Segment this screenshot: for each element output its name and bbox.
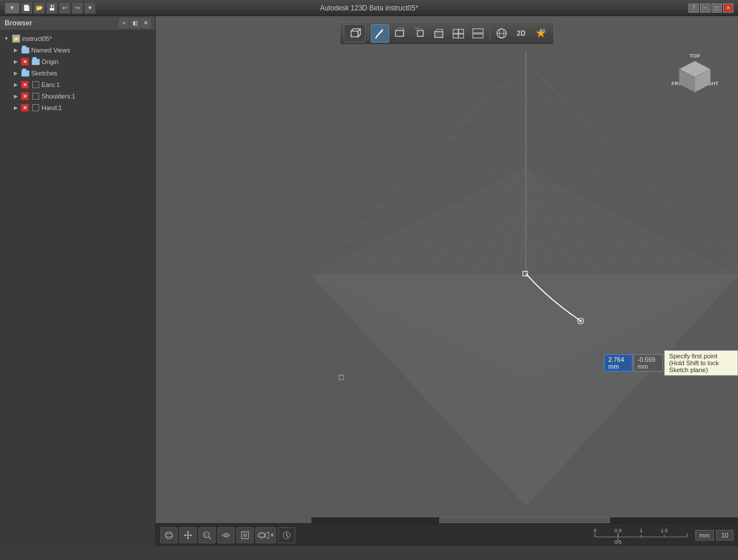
top-view-button[interactable]: [430, 24, 448, 43]
svg-text:0: 0: [593, 528, 596, 533]
svg-text:+: +: [205, 533, 207, 537]
box-view-button[interactable]: [449, 24, 468, 43]
svg-rect-130: [458, 29, 464, 33]
split-view-button[interactable]: [469, 24, 487, 43]
close-button[interactable]: ✕: [723, 3, 733, 13]
tree-item-origin[interactable]: ▶ ✕ Origin: [0, 56, 155, 67]
svg-rect-134: [473, 34, 483, 38]
svg-text:1.5: 1.5: [660, 528, 668, 533]
hint-box: Specify first point (Hold Shift to lock …: [664, 350, 738, 376]
root-expand-arrow[interactable]: ▼: [2, 35, 10, 43]
origin-folder-icon: [31, 57, 40, 66]
effect-button[interactable]: [532, 24, 550, 43]
tree-item-shoulders[interactable]: ▶ ✕ Shoulders:1: [0, 90, 155, 102]
ears-x-icon: ✕: [21, 81, 29, 89]
scroll-thumb-h[interactable]: [439, 517, 610, 523]
new-button[interactable]: 📄: [21, 2, 32, 14]
open-button[interactable]: 📂: [33, 2, 45, 14]
ruler-canvas: 0 0.5 1 1.5 0.5: [589, 525, 693, 545]
zoom-fit-button[interactable]: [236, 527, 254, 543]
view-cube[interactable]: TOP FRONT RIGHT: [669, 51, 721, 103]
svg-text:0.5: 0.5: [614, 539, 622, 545]
origin-expand[interactable]: ▶: [12, 58, 20, 66]
svg-point-153: [225, 535, 227, 536]
tree-root-item[interactable]: ▼ 📁 instruct05*: [0, 33, 155, 44]
unit-display[interactable]: mm: [695, 530, 714, 540]
svg-line-120: [376, 29, 383, 37]
step-button[interactable]: [278, 527, 295, 543]
browser-close-btn[interactable]: ✕: [141, 18, 150, 28]
camera-menu-button[interactable]: ▼: [255, 527, 276, 543]
help-button[interactable]: ?: [688, 3, 699, 13]
tree-item-hand[interactable]: ▶ ✕ Hand:1: [0, 102, 155, 113]
app-menu-button[interactable]: ▼: [5, 2, 20, 14]
shoulders-body-icon: [31, 92, 40, 101]
sketch-tool-button[interactable]: [371, 24, 389, 43]
hand-x-icon: ✕: [21, 104, 29, 112]
coordinate-tooltip: 2.764 mm -0.569 mm Specify first point (…: [604, 350, 738, 376]
named-views-label: Named Views: [31, 47, 70, 54]
ruler-display: 0 0.5 1 1.5 0.5 mm 10: [589, 525, 733, 545]
redo-button[interactable]: ↪: [71, 2, 83, 14]
toolbar-separator-1: [368, 27, 368, 40]
look-at-button[interactable]: [217, 527, 235, 543]
viewport[interactable]: 2D TOP FRONT RIGHT: [156, 16, 738, 546]
x-coord-box[interactable]: 2.764 mm: [604, 354, 632, 372]
bottom-tools: +: [160, 527, 295, 543]
zoom-window-button[interactable]: +: [198, 527, 216, 543]
front-view-button[interactable]: [390, 24, 409, 43]
side-view-button[interactable]: [410, 24, 428, 43]
browser-title: Browser: [5, 19, 32, 27]
svg-rect-155: [243, 533, 247, 537]
root-item-icon: 📁: [12, 34, 21, 43]
restore-button[interactable]: ◻: [711, 3, 722, 13]
toolbar-separator-2: [490, 27, 490, 40]
svg-marker-145: [187, 531, 189, 533]
svg-marker-121: [375, 37, 377, 39]
shoulders-expand[interactable]: ▶: [12, 92, 20, 100]
browser-icon-btn-1[interactable]: ≡: [119, 18, 129, 28]
named-views-expand[interactable]: ▶: [12, 46, 20, 54]
browser-header: Browser ≡ ◧ ✕: [0, 16, 155, 31]
orbit-button[interactable]: [160, 527, 178, 543]
svg-line-126: [415, 28, 417, 31]
home-view-button[interactable]: [344, 24, 366, 43]
svg-rect-127: [435, 32, 443, 37]
sketches-expand[interactable]: ▶: [12, 69, 20, 77]
titlebar-left: ▼ 📄 📂 💾 ↩ ↪ ▼: [5, 2, 96, 14]
horizontal-scrollbar[interactable]: [311, 517, 738, 523]
svg-rect-115: [351, 31, 358, 37]
material-button[interactable]: [492, 24, 511, 43]
tree-item-ears[interactable]: ▶ ✕ Ears:1: [0, 79, 155, 90]
svg-rect-133: [473, 29, 483, 33]
tree-item-named-views[interactable]: ▶ Named Views: [0, 44, 155, 56]
viewport-scene: [156, 16, 738, 546]
hand-body-icon: [31, 103, 40, 112]
svg-marker-147: [183, 534, 186, 536]
ears-body-icon: [31, 80, 40, 89]
browser-header-icons: ≡ ◧ ✕: [119, 18, 150, 28]
hand-expand[interactable]: ▶: [12, 104, 20, 112]
window-controls: ? ─ ◻ ✕: [688, 3, 733, 13]
quickaccess-toolbar: ▼ 📄 📂 💾 ↩ ↪ ▼: [5, 2, 96, 14]
shoulders-x-icon: ✕: [21, 92, 29, 100]
undo-button[interactable]: ↩: [59, 2, 70, 14]
svg-point-144: [165, 533, 172, 537]
browser-icon-btn-2[interactable]: ◧: [130, 18, 140, 28]
svg-rect-132: [458, 34, 464, 38]
save-button[interactable]: 💾: [46, 2, 58, 14]
minimize-button[interactable]: ─: [700, 3, 710, 13]
tree-item-sketches[interactable]: ▶ Sketches: [0, 67, 155, 79]
app-title: Autodesk 123D Beta instruct05*: [320, 4, 418, 12]
pan-button[interactable]: [179, 527, 197, 543]
y-coord-box[interactable]: -0.569 mm: [634, 354, 663, 372]
ears-expand[interactable]: ▶: [12, 81, 20, 89]
named-views-folder-icon: [21, 46, 30, 55]
hint-line1: Specify first point: [669, 353, 733, 360]
customize-button[interactable]: ▼: [84, 2, 96, 14]
hand-label: Hand:1: [42, 104, 62, 111]
svg-marker-158: [265, 532, 269, 539]
browser-tree: ▼ 📁 instruct05* ▶ Named Views ▶ ✕: [0, 31, 155, 546]
zoom-display[interactable]: 10: [716, 530, 733, 540]
2d-view-button[interactable]: 2D: [512, 24, 530, 43]
